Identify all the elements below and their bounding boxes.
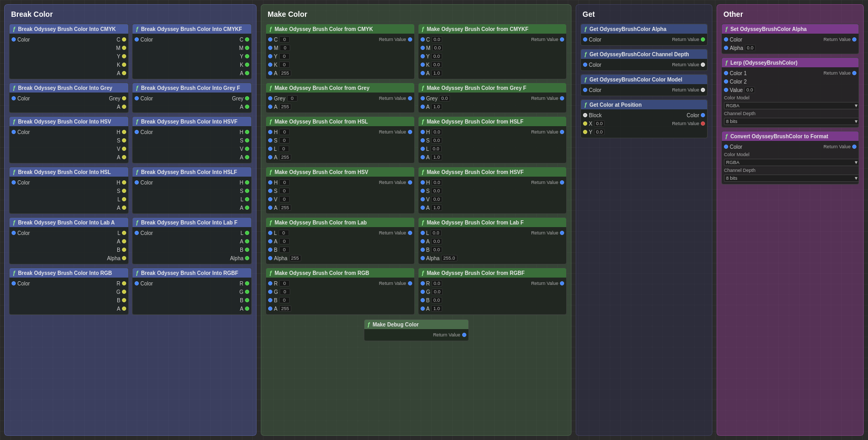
get-panel-title: Get (580, 9, 708, 19)
other-node-grid: ƒ Set OdysseyBrushColor Alpha ColorRetur… (721, 24, 859, 185)
break-panel-title: Break Color (9, 9, 252, 19)
node-break-labf: ƒ Break Odyssey Brush Color Into Lab F C… (132, 217, 252, 264)
node-make-cmyk: ƒ Make Odyssey Brush Color from CMYK C0R… (265, 24, 415, 79)
node-break-hsl: ƒ Break Odyssey Brush Color Into HSL Col… (9, 167, 129, 214)
node-break-rgbf: ƒ Break Odyssey Brush Color Into RGBF Co… (132, 268, 252, 315)
lerp-channel-depth-dropdown[interactable]: 8 bits▼ (724, 118, 859, 125)
node-set-alpha: ƒ Set OdysseyBrushColor Alpha ColorRetur… (721, 24, 859, 54)
debug-node-container: ƒ Make Debug Color Return Value (265, 319, 567, 341)
node-convert-format: ƒ Convert OdysseyBrushColor to Format Co… (721, 131, 859, 185)
get-node-grid: ƒ Get OdysseyBrushColor Alpha ColorRetur… (580, 24, 708, 138)
node-get-channel-depth: ƒ Get OdysseyBrushColor Channel Depth Co… (580, 49, 708, 71)
node-make-cmykf: ƒ Make Odyssey Brush Color from CMYKF C0… (418, 24, 567, 79)
node-make-grey: ƒ Make Odyssey Brush Color from Grey Gre… (265, 83, 415, 113)
node-make-hsv: ƒ Make Odyssey Brush Color from HSV H0Re… (265, 167, 415, 214)
node-break-cmyk-header: ƒ Break Odyssey Brush Color Into CMYK (9, 24, 128, 34)
convert-channel-depth-dropdown[interactable]: 8 bits▼ (724, 175, 859, 182)
node-break-grey: ƒ Break Odyssey Brush Color Into Grey Co… (9, 83, 129, 113)
node-break-cmykf: ƒ Break Odyssey Brush Color Into CMYKF C… (132, 24, 252, 79)
node-break-cmyk: ƒ Break Odyssey Brush Color Into CMYK Co… (9, 24, 129, 79)
node-break-rgb: ƒ Break Odyssey Brush Color Into RGB Col… (9, 268, 129, 315)
make-panel-title: Make Color (265, 9, 567, 19)
get-panel: Get ƒ Get OdysseyBrushColor Alpha ColorR… (576, 4, 712, 436)
other-panel: Other ƒ Set OdysseyBrushColor Alpha Colo… (717, 4, 864, 436)
make-node-grid: ƒ Make Odyssey Brush Color from CMYK C0R… (265, 24, 567, 315)
node-break-laba: ƒ Break Odyssey Brush Color Into Lab A C… (9, 217, 129, 264)
make-color-panel: Make Color ƒ Make Odyssey Brush Color fr… (261, 4, 571, 436)
other-panel-title: Other (721, 9, 859, 19)
break-color-panel: Break Color ƒ Break Odyssey Brush Color … (4, 4, 257, 436)
node-break-cmykf-header: ƒ Break Odyssey Brush Color Into CMYKF (132, 24, 251, 34)
lerp-color-model-dropdown[interactable]: RGBA▼ (724, 102, 859, 109)
node-debug-color: ƒ Make Debug Color Return Value (364, 319, 469, 341)
node-make-hslf: ƒ Make Odyssey Brush Color from HSLF H0.… (418, 116, 567, 163)
node-break-greyf: ƒ Break Odyssey Brush Color Into Grey F … (132, 83, 252, 113)
node-lerp: ƒ Lerp (OdysseyBrushColor) Color 1Return… (721, 57, 859, 128)
node-make-hsvf: ƒ Make Odyssey Brush Color from HSVF H0.… (418, 167, 567, 214)
node-make-rgbf: ƒ Make Odyssey Brush Color from RGBF R0.… (418, 268, 567, 315)
node-make-greyf: ƒ Make Odyssey Brush Color from Grey F G… (418, 83, 567, 113)
node-make-hsl: ƒ Make Odyssey Brush Color from HSL H0Re… (265, 116, 415, 163)
func-icon: ƒ (13, 26, 16, 32)
node-get-alpha: ƒ Get OdysseyBrushColor Alpha ColorRetur… (580, 24, 708, 46)
convert-color-model-dropdown[interactable]: RGBA▼ (724, 159, 859, 166)
node-make-labf: ƒ Make Odyssey Brush Color from Lab F L0… (418, 217, 567, 264)
node-make-lab: ƒ Make Odyssey Brush Color from Lab L0Re… (265, 217, 415, 264)
node-get-color-position: ƒ Get Color at Position BlockColor X0.0R… (580, 99, 708, 138)
node-break-hslf: ƒ Break Odyssey Brush Color Into HSLF Co… (132, 167, 252, 214)
node-break-hsvf: ƒ Break Odyssey Brush Color Into HSVF Co… (132, 116, 252, 163)
node-make-rgb: ƒ Make Odyssey Brush Color from RGB R0Re… (265, 268, 415, 315)
break-node-grid: ƒ Break Odyssey Brush Color Into CMYK Co… (9, 24, 252, 315)
node-break-hsv: ƒ Break Odyssey Brush Color Into HSV Col… (9, 116, 129, 163)
node-get-color-model: ƒ Get OdysseyBrushColor Color Model Colo… (580, 74, 708, 96)
